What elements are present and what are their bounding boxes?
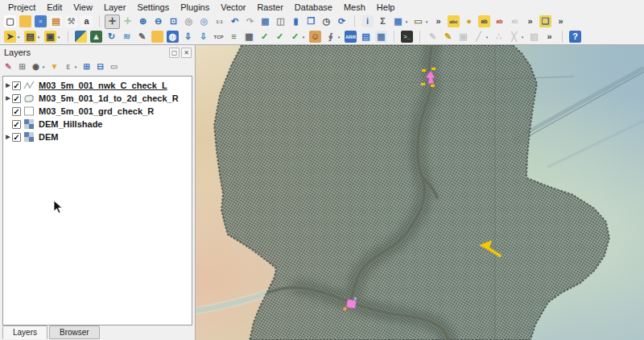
toggle-editing-icon[interactable]: ✎	[440, 30, 456, 44]
save-edits-icon[interactable]: ▣	[456, 30, 471, 44]
dock-tab-browser[interactable]: Browser	[49, 325, 100, 339]
layer-checkbox[interactable]: ✓	[12, 107, 21, 116]
open-data-folder-icon[interactable]	[150, 30, 165, 44]
check-files-1-icon[interactable]: ✓▾	[287, 30, 308, 44]
new-spatial-bookmark-icon[interactable]: ▮	[288, 15, 303, 29]
delete-selected-icon[interactable]: ╳▾	[506, 30, 526, 44]
text-document-icon[interactable]: ▤	[358, 30, 374, 44]
load-input-files-icon[interactable]: ⇩	[196, 30, 211, 44]
measure-icon[interactable]: ▭▾	[411, 15, 431, 29]
zoom-in-icon[interactable]: ⊕	[135, 15, 151, 29]
toolbar-overflow-icon[interactable]: »	[542, 30, 557, 44]
refresh-map-icon[interactable]: ⟳	[334, 15, 349, 29]
lock-scale-icon[interactable]: ◍	[165, 30, 180, 44]
menu-mesh[interactable]: Mesh	[338, 2, 371, 13]
identify-features-icon[interactable]: i	[360, 15, 375, 29]
layer-item-DEM[interactable]: ▶✓DEM	[4, 131, 192, 143]
dropdown-arrow-icon[interactable]: ▾	[424, 19, 429, 24]
dropdown-arrow-icon[interactable]: ▾	[301, 35, 306, 39]
reload-data-icon[interactable]: ↻	[104, 30, 119, 44]
zoom-last-icon[interactable]: ↶	[227, 15, 242, 29]
menu-help[interactable]: Help	[371, 2, 401, 13]
map-canvas[interactable]	[196, 45, 644, 340]
filter-by-expression-icon[interactable]: ε▾	[61, 60, 80, 74]
dropdown-arrow-icon[interactable]: ▾	[36, 35, 41, 39]
open-project-icon[interactable]	[18, 15, 33, 29]
python-console-icon[interactable]	[73, 30, 89, 44]
zoom-out-icon[interactable]: ⊖	[151, 15, 166, 29]
current-edits-icon[interactable]: ✎	[425, 30, 440, 44]
layer-checkbox[interactable]: ✓	[12, 94, 21, 103]
zoom-to-selection-icon[interactable]: ◎	[181, 15, 196, 29]
attribute-table-icon[interactable]: ▦▾	[390, 15, 411, 29]
map-tips-icon[interactable]: ✎	[134, 30, 150, 44]
expand-arrow-icon[interactable]: ▶	[4, 134, 12, 140]
zoom-native-icon[interactable]: 1:1	[212, 15, 227, 29]
check-files-1d-icon[interactable]: ✓	[257, 30, 272, 44]
save-project-icon[interactable]: ▫	[33, 15, 48, 29]
layer-item-M03_5m_001_1d_to_2d_check_R[interactable]: ▶✓M03_5m_001_1d_to_2d_check_R	[4, 92, 192, 105]
layer-item-M03_5m_001_nwk_C_check_L[interactable]: ▶✓M03_5m_001_nwk_C_check_L	[4, 79, 192, 92]
select-features-icon[interactable]: ➤▾	[2, 30, 23, 44]
menu-plugins[interactable]: Plugins	[175, 2, 215, 13]
expand-all-icon[interactable]: ⊞	[80, 60, 93, 74]
zoom-next-icon[interactable]: ↷	[242, 15, 258, 29]
layer-label[interactable]: M03_5m_001_grd_check_R	[39, 106, 154, 116]
dropdown-arrow-icon[interactable]: ▾	[41, 64, 46, 69]
raster-window-icon[interactable]: ▦	[242, 30, 257, 44]
menu-database[interactable]: Database	[289, 2, 338, 13]
style-manager-icon[interactable]: a	[79, 15, 94, 29]
layer-item-DEM_Hillshade[interactable]: ✓DEM_Hillshade	[4, 118, 192, 131]
manage-layers-icon[interactable]: ❏	[538, 15, 553, 29]
check-files-q-icon[interactable]: ✓	[272, 30, 287, 44]
modify-attributes-icon[interactable]: ▨	[526, 30, 542, 44]
layer-styling-panel-icon[interactable]: ✎	[2, 60, 15, 74]
new-project-icon[interactable]: ▢	[2, 15, 18, 29]
project-properties-icon[interactable]: ⚒	[64, 15, 79, 29]
layer-checkbox[interactable]: ✓	[12, 133, 21, 142]
manage-map-themes-icon[interactable]: ◉▾	[29, 60, 47, 74]
vertex-tool-icon[interactable]: ∴	[491, 30, 506, 44]
zoom-to-layer-icon[interactable]: ◎	[196, 15, 212, 29]
layer-diagram-icon[interactable]: ●	[461, 15, 477, 29]
layer-item-M03_5m_001_grd_check_R[interactable]: ✓M03_5m_001_grd_check_R	[4, 105, 192, 118]
dropdown-arrow-icon[interactable]: ▾	[73, 64, 78, 69]
add-group-icon[interactable]: ⊞	[15, 60, 29, 74]
layer-label[interactable]: DEM_Hillshade	[39, 119, 102, 129]
tuflow-utility-icon[interactable]: ☺	[308, 30, 323, 44]
dropdown-arrow-icon[interactable]: ▾	[520, 35, 525, 39]
help-icon[interactable]: ?	[568, 30, 583, 44]
menu-vector[interactable]: Vector	[215, 2, 251, 13]
pin-labels-icon[interactable]: ab	[477, 15, 492, 29]
grid-table-icon[interactable]: ▦	[374, 30, 389, 44]
select-by-value-icon[interactable]: ▤▾	[23, 30, 43, 44]
layer-checkbox[interactable]: ✓	[12, 120, 21, 129]
dropdown-arrow-icon[interactable]: ▾	[336, 35, 341, 39]
highlight-pinned-labels-icon[interactable]: ab	[492, 15, 507, 29]
show-bookmarks-icon[interactable]: ❒	[303, 15, 319, 29]
new-map-view-icon[interactable]: ▦	[258, 15, 273, 29]
layout-manager-icon[interactable]: ▤	[48, 15, 64, 29]
tcp-tool-icon[interactable]: TCP	[211, 30, 226, 44]
menu-raster[interactable]: Raster	[251, 2, 288, 13]
remove-layer-icon[interactable]: ▭	[107, 60, 121, 74]
attachment-icon[interactable]: ∮▾	[323, 30, 343, 44]
menu-layer[interactable]: Layer	[98, 2, 132, 13]
toolbar-overflow-icon[interactable]: »	[553, 15, 568, 29]
statistical-summary-icon[interactable]: Σ	[375, 15, 390, 29]
dropdown-arrow-icon[interactable]: ▾	[404, 19, 409, 24]
menu-settings[interactable]: Settings	[131, 2, 175, 13]
menu-edit[interactable]: Edit	[41, 2, 68, 13]
deselect-features-icon[interactable]: ▣▾	[43, 30, 63, 44]
expand-arrow-icon[interactable]: ▶	[4, 82, 12, 89]
menu-project[interactable]: Project	[2, 2, 41, 13]
collapse-all-icon[interactable]: ⊟	[93, 60, 107, 74]
move-label-icon[interactable]: ab	[507, 15, 522, 29]
layer-label[interactable]: M03_5m_001_nwk_C_check_L	[39, 81, 167, 90]
dropdown-arrow-icon[interactable]: ▾	[485, 35, 489, 39]
layer-checkbox[interactable]: ✓	[12, 81, 21, 90]
close-panel-icon[interactable]: ✕	[181, 48, 192, 58]
arr-tool-icon[interactable]: ARR	[343, 30, 358, 44]
zoom-full-icon[interactable]: ⊡	[166, 15, 181, 29]
temporal-controller-icon[interactable]: ◷	[319, 15, 334, 29]
